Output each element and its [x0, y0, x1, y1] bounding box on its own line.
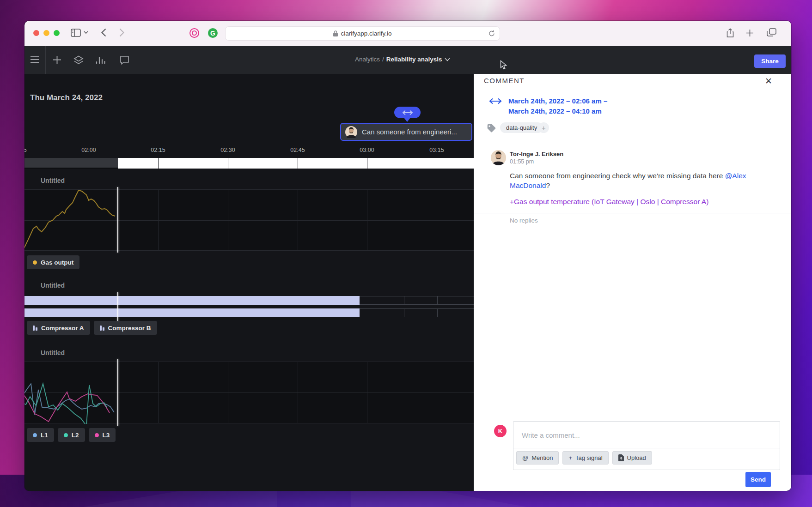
- comment-composer[interactable]: Write a comment... @ Mention + Tag signa…: [513, 421, 780, 470]
- tab-overview-icon[interactable]: [767, 28, 776, 37]
- upload-file-icon: [618, 454, 624, 461]
- comment-time-range[interactable]: March 24th, 2022 – 02:06 am – March 24th…: [508, 96, 607, 116]
- comment-timestamp: 01:55 pm: [510, 158, 534, 165]
- tag-icon: [487, 124, 496, 133]
- mention-button[interactable]: @ Mention: [516, 451, 559, 465]
- axis-tick: 02:00: [81, 147, 96, 153]
- axis-tick: 01:45: [24, 147, 27, 153]
- section-title[interactable]: Untitled: [41, 282, 65, 289]
- status-bar-compressor-b[interactable]: [24, 308, 360, 317]
- breadcrumb[interactable]: Analytics / Reliability analysis: [355, 56, 450, 63]
- line-chart-gas-output[interactable]: [24, 189, 474, 251]
- comment-body: Can someone from engineering check why w…: [510, 171, 769, 190]
- section-title[interactable]: Untitled: [41, 349, 65, 356]
- legend-l1[interactable]: L1: [27, 428, 54, 442]
- comment-pill-text: Can someone from engineeri...: [362, 128, 457, 136]
- comment-panel: COMMENT ✕ March 24th, 2022 – 02:06 am – …: [474, 74, 791, 491]
- breadcrumb-root[interactable]: Analytics: [355, 56, 380, 63]
- browser-share-icon[interactable]: [726, 28, 734, 38]
- selection-start-line[interactable]: [117, 292, 119, 321]
- back-button[interactable]: [101, 28, 106, 37]
- status-bar-compressor-a[interactable]: [24, 296, 360, 305]
- mouse-cursor: [500, 60, 508, 70]
- comment-text: ?: [546, 181, 550, 189]
- legend-gas-output[interactable]: Gas output: [27, 255, 79, 269]
- breadcrumb-current: Reliability analysis: [386, 56, 442, 63]
- chevron-down-icon[interactable]: [445, 58, 450, 61]
- legend-label: Gas output: [41, 259, 73, 266]
- no-replies-label: No replies: [510, 217, 538, 224]
- author-avatar: [491, 150, 506, 165]
- close-window-button[interactable]: [33, 30, 39, 36]
- date-title: Thu March 24, 2022: [30, 93, 103, 103]
- upload-button[interactable]: Upload: [612, 451, 652, 465]
- browser-window: G clarifyapp.clarify.io: [24, 21, 791, 491]
- tag-signal-button-label: Tag signal: [575, 454, 603, 461]
- timeline-comment-pill[interactable]: Can someone from engineeri...: [340, 123, 472, 141]
- series-color-dot: [33, 260, 37, 265]
- browser-chrome: G clarifyapp.clarify.io: [24, 21, 791, 46]
- share-button-label: Share: [761, 58, 779, 65]
- share-button[interactable]: Share: [754, 54, 786, 68]
- selection-start-line[interactable]: [117, 359, 119, 426]
- send-button[interactable]: Send: [745, 472, 771, 487]
- extension-pink-icon[interactable]: [189, 28, 199, 38]
- selection-start-line[interactable]: [117, 187, 119, 253]
- tag-chip-data-quality[interactable]: data-quality: [500, 122, 543, 133]
- minimize-window-button[interactable]: [43, 30, 49, 36]
- status-off-segment: [360, 308, 474, 317]
- plus-icon: +: [568, 454, 572, 461]
- address-bar[interactable]: clarifyapp.clarify.io: [225, 26, 500, 41]
- comments-icon[interactable]: [120, 55, 129, 65]
- timeline-canvas: Thu March 24, 2022 Can someone from engi…: [24, 74, 474, 491]
- reload-icon[interactable]: [488, 30, 495, 37]
- series-color-dot: [33, 433, 37, 437]
- axis-tick: 03:00: [360, 147, 374, 153]
- panel-title: COMMENT: [484, 77, 525, 84]
- left-right-arrow-icon: [488, 98, 502, 104]
- comment-text: Can someone from engineering check why w…: [510, 172, 725, 180]
- sidebar-chevron-icon[interactable]: [84, 31, 88, 34]
- legend-l3[interactable]: L3: [89, 428, 116, 442]
- close-icon[interactable]: ✕: [765, 76, 772, 86]
- url-text: clarifyapp.clarify.io: [341, 30, 391, 37]
- menu-icon[interactable]: [30, 55, 39, 64]
- left-right-arrow-icon: [402, 110, 414, 115]
- lock-icon: [333, 30, 338, 36]
- divider: [513, 448, 780, 448]
- forward-button[interactable]: [119, 28, 124, 37]
- at-icon: @: [522, 454, 528, 461]
- add-tag-button[interactable]: +: [538, 122, 549, 133]
- timelines-layers-icon[interactable]: [73, 55, 84, 65]
- series-color-dot: [64, 433, 68, 437]
- timeline-scrubber[interactable]: [24, 158, 474, 169]
- timeline-selection[interactable]: [118, 158, 474, 169]
- range-line-1: March 24th, 2022 – 02:06 am –: [508, 96, 607, 106]
- new-tab-icon[interactable]: [746, 29, 754, 37]
- tag-signal-button[interactable]: + Tag signal: [562, 451, 608, 465]
- comment-pointer: [404, 118, 410, 122]
- legend-compressor-b[interactable]: Compressor B: [94, 321, 157, 335]
- add-item-icon[interactable]: [53, 55, 61, 64]
- divider: [474, 213, 791, 213]
- line-chart-l-series[interactable]: [24, 362, 474, 423]
- legend-l2[interactable]: L2: [58, 428, 85, 442]
- axis-tick: 02:15: [151, 147, 165, 153]
- axis-tick: 02:30: [220, 147, 235, 153]
- signal-link[interactable]: +Gas output temperature (IoT Gateway | O…: [510, 198, 769, 206]
- zoom-window-button[interactable]: [54, 30, 60, 36]
- legend-compressor-a[interactable]: Compressor A: [27, 321, 90, 335]
- breadcrumb-separator: /: [382, 56, 384, 63]
- comment-range-handle[interactable]: [394, 107, 421, 118]
- section-title[interactable]: Untitled: [41, 177, 65, 184]
- statistics-icon[interactable]: [96, 56, 105, 64]
- legend-label: L1: [41, 432, 48, 439]
- legend-label: L3: [103, 432, 110, 439]
- app-toolbar: Analytics / Reliability analysis Share: [24, 46, 791, 74]
- sidebar-toggle-icon[interactable]: [71, 28, 81, 37]
- range-line-2: March 24th, 2022 – 04:10 am: [508, 106, 607, 116]
- comment-author: Tor-Inge J. Eriksen: [510, 151, 563, 157]
- mention-button-label: Mention: [531, 454, 553, 461]
- comment-input[interactable]: Write a comment...: [522, 431, 580, 439]
- grammarly-extension-icon[interactable]: G: [208, 28, 218, 38]
